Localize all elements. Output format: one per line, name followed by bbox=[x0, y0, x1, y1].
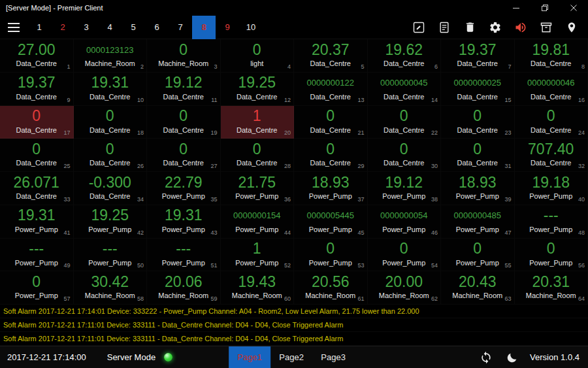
grid-cell-3[interactable]: 0Machine_Room3 bbox=[147, 39, 221, 73]
delete-button[interactable] bbox=[463, 20, 477, 35]
grid-cell-26[interactable]: 0Data_Centre26 bbox=[74, 139, 148, 172]
settings-button[interactable] bbox=[488, 20, 502, 35]
grid-cell-33[interactable]: 26.071Data_Centre33 bbox=[0, 172, 74, 205]
grid-cell-44[interactable]: 0000000154Power_Pump44 bbox=[221, 205, 295, 239]
grid-cell-57[interactable]: 0Power_Pump57 bbox=[0, 271, 74, 305]
cell-index: 12 bbox=[284, 97, 291, 103]
grid-cell-28[interactable]: 0Data_Centre28 bbox=[221, 139, 295, 172]
grid-cell-59[interactable]: 20.06Machine_Room59 bbox=[147, 271, 221, 305]
grid-cell-61[interactable]: 20.56Machine_Room61 bbox=[294, 271, 368, 305]
grid-cell-35[interactable]: 22.79Power_Pump35 bbox=[147, 172, 221, 205]
page-button-9[interactable]: 9 bbox=[216, 16, 239, 39]
grid-cell-51[interactable]: ---Power_Pump51 bbox=[147, 239, 221, 272]
cell-value: 30.42 bbox=[91, 273, 129, 291]
cell-value: 27.00 bbox=[18, 41, 56, 59]
grid-cell-36[interactable]: 21.75Power_Pump36 bbox=[221, 172, 295, 205]
tab-page1[interactable]: Page1 bbox=[229, 346, 270, 368]
grid-cell-2[interactable]: 0000123123Machine_Room2 bbox=[74, 39, 148, 73]
grid-cell-62[interactable]: 20.00Machine_Room62 bbox=[368, 271, 442, 305]
grid-cell-12[interactable]: 19.25Data_Centre12 bbox=[221, 73, 295, 106]
grid-cell-18[interactable]: 0Data_Centre18 bbox=[74, 106, 148, 139]
grid-cell-15[interactable]: 0000000025Data_Centre15 bbox=[441, 73, 515, 106]
grid-cell-31[interactable]: 0Data_Centre31 bbox=[441, 139, 515, 172]
grid-cell-40[interactable]: 19.18Power_Pump40 bbox=[515, 172, 588, 205]
grid-cell-16[interactable]: 0000000046Data_Centre16 bbox=[515, 73, 588, 106]
grid-cell-42[interactable]: 19.25Power_Pump42 bbox=[74, 205, 148, 239]
page-button-2[interactable]: 2 bbox=[51, 16, 74, 39]
night-mode-button[interactable] bbox=[505, 350, 519, 365]
grid-cell-34[interactable]: -0.300Data_Centre34 bbox=[74, 172, 148, 205]
cell-label: Data_Centre bbox=[16, 126, 57, 134]
page-button-5[interactable]: 5 bbox=[122, 16, 145, 39]
minimize-button[interactable] bbox=[502, 0, 531, 16]
page-button-7[interactable]: 7 bbox=[169, 16, 192, 39]
grid-cell-17[interactable]: 0Data_Centre17 bbox=[0, 106, 74, 139]
grid-cell-58[interactable]: 30.42Machine_Room58 bbox=[74, 271, 148, 305]
cell-index: 43 bbox=[210, 229, 217, 236]
grid-cell-21[interactable]: 0Data_Centre21 bbox=[294, 106, 368, 139]
grid-cell-56[interactable]: 0Power_Pump56 bbox=[515, 239, 588, 272]
grid-cell-14[interactable]: 0000000045Data_Centre14 bbox=[368, 73, 442, 106]
grid-cell-9[interactable]: 19.37Data_Centre9 bbox=[0, 73, 74, 106]
tab-page2[interactable]: Page2 bbox=[270, 346, 312, 368]
grid-cell-52[interactable]: 1Power_Pump52 bbox=[221, 239, 295, 272]
grid-cell-25[interactable]: 0Data_Centre25 bbox=[0, 139, 74, 172]
grid-cell-20[interactable]: 1Data_Centre20 bbox=[221, 106, 295, 139]
menu-button[interactable] bbox=[0, 16, 27, 39]
page-button-10[interactable]: 10 bbox=[239, 16, 263, 39]
grid-cell-22[interactable]: 0Data_Centre22 bbox=[368, 106, 442, 139]
grid-cell-30[interactable]: 0Data_Centre30 bbox=[368, 139, 442, 172]
report-button[interactable] bbox=[437, 20, 451, 35]
grid-cell-45[interactable]: 0000005445Power_Pump45 bbox=[294, 205, 368, 239]
grid-cell-7[interactable]: 19.37Data_Centre7 bbox=[441, 39, 515, 73]
grid-cell-63[interactable]: 20.43Machine_Room63 bbox=[441, 271, 515, 305]
grid-cell-32[interactable]: 707.40Data_Centre32 bbox=[515, 139, 588, 172]
page-button-4[interactable]: 4 bbox=[98, 16, 122, 39]
grid-cell-55[interactable]: 0Power_Pump55 bbox=[441, 239, 515, 272]
tab-page3[interactable]: Page3 bbox=[312, 346, 354, 368]
edit-button[interactable] bbox=[412, 20, 426, 35]
grid-cell-49[interactable]: ---Power_Pump49 bbox=[0, 239, 74, 272]
grid-cell-39[interactable]: 18.93Power_Pump39 bbox=[441, 172, 515, 205]
page-button-3[interactable]: 3 bbox=[74, 16, 98, 39]
grid-cell-29[interactable]: 0Data_Centre29 bbox=[294, 139, 368, 172]
grid-cell-43[interactable]: 19.31Power_Pump43 bbox=[147, 205, 221, 239]
grid-cell-6[interactable]: 19.62Data_Centre6 bbox=[368, 39, 442, 73]
grid-cell-24[interactable]: 0Data_Centre24 bbox=[515, 106, 588, 139]
grid-cell-23[interactable]: 0Data_Centre23 bbox=[441, 106, 515, 139]
cell-index: 11 bbox=[211, 97, 217, 103]
grid-cell-54[interactable]: 0Power_Pump54 bbox=[368, 239, 442, 272]
close-button[interactable] bbox=[559, 0, 588, 16]
clear-alarms-button[interactable] bbox=[539, 20, 553, 35]
page-button-6[interactable]: 6 bbox=[145, 16, 169, 39]
cell-index: 45 bbox=[357, 229, 364, 236]
alarm-sound-button[interactable] bbox=[514, 20, 528, 35]
grid-cell-60[interactable]: 19.43Machine_Room60 bbox=[221, 271, 295, 305]
alarm-log-entry[interactable]: Soft Alarm 2017-12-21 17:11:01 Device: 3… bbox=[0, 318, 588, 332]
page-button-8[interactable]: 8 bbox=[192, 16, 216, 39]
alarm-log-entry[interactable]: Soft Alarm 2017-12-21 17:14:01 Device: 3… bbox=[0, 305, 588, 318]
location-button[interactable] bbox=[564, 20, 579, 35]
grid-cell-11[interactable]: 19.12Data_Centre11 bbox=[147, 73, 221, 106]
grid-cell-64[interactable]: 20.31Machine_Room64 bbox=[515, 271, 588, 305]
grid-cell-4[interactable]: 0light4 bbox=[221, 39, 295, 73]
grid-cell-46[interactable]: 0000000054Power_Pump46 bbox=[368, 205, 442, 239]
grid-cell-8[interactable]: 19.81Data_Centre8 bbox=[515, 39, 588, 73]
grid-cell-27[interactable]: 0Data_Centre27 bbox=[147, 139, 221, 172]
grid-cell-10[interactable]: 19.31Data_Centre10 bbox=[74, 73, 148, 106]
grid-cell-38[interactable]: 19.12Power_Pump38 bbox=[368, 172, 442, 205]
sync-button[interactable] bbox=[479, 350, 493, 365]
grid-cell-48[interactable]: ---Power_Pump48 bbox=[515, 205, 588, 239]
grid-cell-5[interactable]: 20.37Data_Centre5 bbox=[294, 39, 368, 73]
alarm-log-entry[interactable]: Soft Alarm 2017-12-21 17:11:01 Device: 3… bbox=[0, 332, 588, 346]
grid-cell-19[interactable]: 0Data_Centre19 bbox=[147, 106, 221, 139]
grid-cell-41[interactable]: 19.31Power_Pump41 bbox=[0, 205, 74, 239]
grid-cell-53[interactable]: 0Power_Pump53 bbox=[294, 239, 368, 272]
grid-cell-1[interactable]: 27.00Data_Centre1 bbox=[0, 39, 74, 73]
grid-cell-47[interactable]: 0000000485Power_Pump47 bbox=[441, 205, 515, 239]
restore-button[interactable] bbox=[531, 0, 559, 16]
grid-cell-50[interactable]: ---Power_Pump50 bbox=[74, 239, 148, 272]
page-button-1[interactable]: 1 bbox=[27, 16, 51, 39]
grid-cell-13[interactable]: 0000000122Data_Centre13 bbox=[294, 73, 368, 106]
grid-cell-37[interactable]: 18.93Power_Pump37 bbox=[294, 172, 368, 205]
